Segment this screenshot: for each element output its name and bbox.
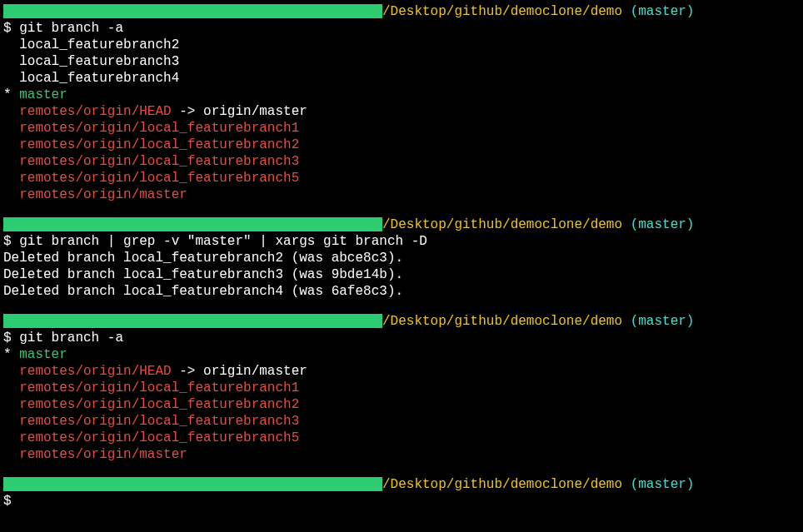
command-line[interactable]: $ xyxy=(0,493,803,510)
block-spacer xyxy=(0,300,803,313)
output-line: * master xyxy=(0,87,803,103)
prompt-branch: (master) xyxy=(631,4,695,19)
prompt-path: /Desktop/github/democlone/demo xyxy=(382,217,622,232)
output-line: remotes/origin/local_featurebranch3 xyxy=(0,153,803,170)
prompt-line: /Desktop/github/democlone/demo (master) xyxy=(0,476,803,493)
output-segment: -> origin/master xyxy=(172,104,307,119)
block-spacer xyxy=(0,203,803,216)
prompt-line: /Desktop/github/democlone/demo (master) xyxy=(0,3,803,20)
prompt-line: /Desktop/github/democlone/demo (master) xyxy=(0,216,803,233)
output-line: Deleted branch local_featurebranch4 (was… xyxy=(0,283,803,300)
prompt-line: /Desktop/github/democlone/demo (master) xyxy=(0,313,803,330)
output-line: remotes/origin/master xyxy=(0,186,803,203)
prompt-path: /Desktop/github/democlone/demo xyxy=(382,477,622,492)
output-segment: remotes/origin/HEAD xyxy=(19,104,171,119)
terminal-window[interactable]: /Desktop/github/democlone/demo (master)$… xyxy=(0,3,803,510)
prompt-branch: (master) xyxy=(631,217,695,232)
output-segment: * xyxy=(3,87,19,102)
output-segment: master xyxy=(19,347,67,362)
output-segment xyxy=(3,104,19,119)
output-line: * master xyxy=(0,346,803,363)
prompt-user-bar xyxy=(3,4,382,18)
output-line: local_featurebranch3 xyxy=(0,53,803,70)
output-line: remotes/origin/master xyxy=(0,446,803,463)
prompt-path: /Desktop/github/democlone/demo xyxy=(382,4,622,19)
block-spacer xyxy=(0,463,803,476)
prompt-user-bar xyxy=(3,314,382,328)
output-line: Deleted branch local_featurebranch2 (was… xyxy=(0,250,803,266)
command-line[interactable]: $ git branch -a xyxy=(0,330,803,346)
prompt-branch: (master) xyxy=(631,477,695,492)
prompt-branch: (master) xyxy=(631,314,695,329)
output-line: remotes/origin/HEAD -> origin/master xyxy=(0,103,803,120)
output-line: remotes/origin/HEAD -> origin/master xyxy=(0,363,803,380)
output-line: remotes/origin/local_featurebranch1 xyxy=(0,120,803,137)
command-line[interactable]: $ git branch -a xyxy=(0,20,803,37)
prompt-user-bar xyxy=(3,217,382,231)
output-segment: * xyxy=(3,347,19,362)
output-line: remotes/origin/local_featurebranch2 xyxy=(0,396,803,413)
command-line[interactable]: $ git branch | grep -v "master" | xargs … xyxy=(0,233,803,250)
output-segment xyxy=(3,364,19,379)
output-line: remotes/origin/local_featurebranch3 xyxy=(0,413,803,430)
output-line: remotes/origin/local_featurebranch2 xyxy=(0,137,803,153)
output-line: Deleted branch local_featurebranch3 (was… xyxy=(0,266,803,283)
prompt-path: /Desktop/github/democlone/demo xyxy=(382,314,622,329)
output-segment: -> origin/master xyxy=(172,364,307,379)
output-line: local_featurebranch2 xyxy=(0,37,803,53)
output-line: local_featurebranch4 xyxy=(0,70,803,87)
output-segment: remotes/origin/HEAD xyxy=(19,364,171,379)
output-segment: master xyxy=(19,87,67,102)
prompt-user-bar xyxy=(3,477,382,491)
output-line: remotes/origin/local_featurebranch1 xyxy=(0,380,803,396)
output-line: remotes/origin/local_featurebranch5 xyxy=(0,170,803,186)
output-line: remotes/origin/local_featurebranch5 xyxy=(0,430,803,446)
